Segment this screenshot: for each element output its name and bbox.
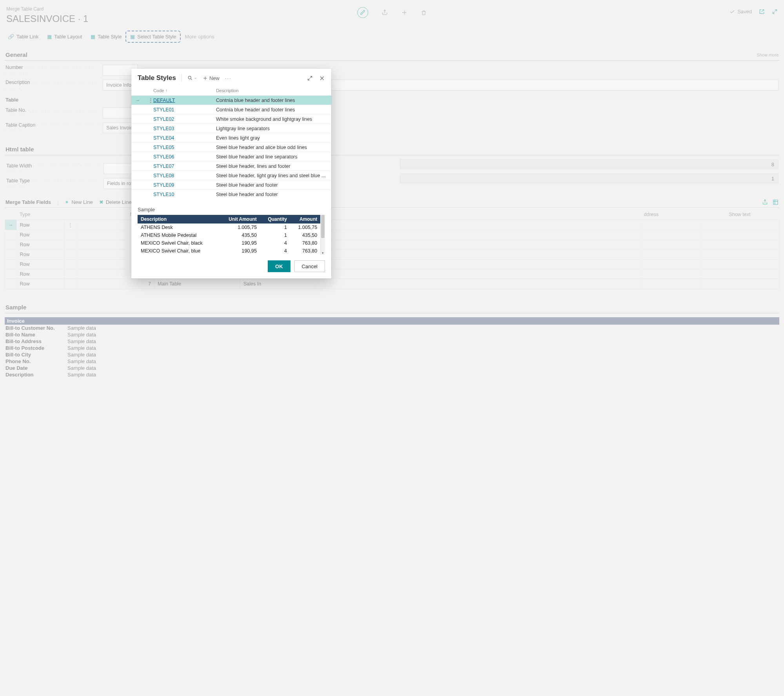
sample-scrollbar[interactable]: ▾ (320, 215, 325, 255)
style-row[interactable]: STYLE03Lightgray line separators (131, 124, 331, 133)
col-description[interactable]: Description (216, 88, 325, 93)
sample-col: Description (138, 215, 219, 224)
expand-icon[interactable] (307, 75, 313, 81)
style-row[interactable]: STYLE08Steel blue header, light gray lin… (131, 171, 331, 180)
modal-overlay (0, 0, 784, 394)
more-icon[interactable]: ··· (225, 75, 232, 81)
svg-point-1 (188, 76, 191, 79)
style-row[interactable]: STYLE10Steel blue header and footer (131, 189, 331, 199)
dialog-title: Table Styles (138, 74, 176, 82)
sample-data-row: MEXICO Swivel Chair, black190,954763,80 (138, 239, 320, 247)
cancel-button[interactable]: Cancel (294, 260, 325, 272)
sample-data-row: MEXICO Swivel Chair, blue190,954763,80 (138, 247, 320, 255)
sample-col: Amount (290, 215, 320, 224)
sample-data-row: ATHENS Desk1.005,7511.005,75 (138, 224, 320, 231)
new-action[interactable]: New (203, 75, 220, 81)
style-row[interactable]: STYLE04Even lines light gray (131, 133, 331, 142)
ok-button[interactable]: OK (268, 260, 290, 272)
style-row[interactable]: STYLE06Steel blue header and line separa… (131, 152, 331, 161)
style-row[interactable]: STYLE02White smoke background and lightg… (131, 114, 331, 124)
close-icon[interactable] (319, 75, 325, 81)
sample-col: Quantity (260, 215, 290, 224)
table-styles-dialog: Table Styles New ··· Code ↑ Description (131, 69, 331, 278)
style-row[interactable]: STYLE09Steel blue header and footer (131, 180, 331, 189)
col-code[interactable]: Code ↑ (153, 88, 216, 93)
search-icon[interactable] (187, 75, 197, 81)
style-row[interactable]: STYLE07Steel blue header, lines and foot… (131, 161, 331, 171)
sample-label: Sample (131, 199, 331, 215)
sample-table: DescriptionUnit AmountQuantityAmount ATH… (138, 215, 320, 255)
style-row[interactable]: STYLE01Contnia blue header and footer li… (131, 105, 331, 114)
sample-col: Unit Amount (219, 215, 260, 224)
style-row[interactable]: STYLE05Steel blue header and alice blue … (131, 142, 331, 152)
style-row[interactable]: →⋮DEFAULTContnia blue header and footer … (131, 95, 331, 105)
sample-data-row: ATHENS Mobile Pedestal435,501435,50 (138, 231, 320, 239)
